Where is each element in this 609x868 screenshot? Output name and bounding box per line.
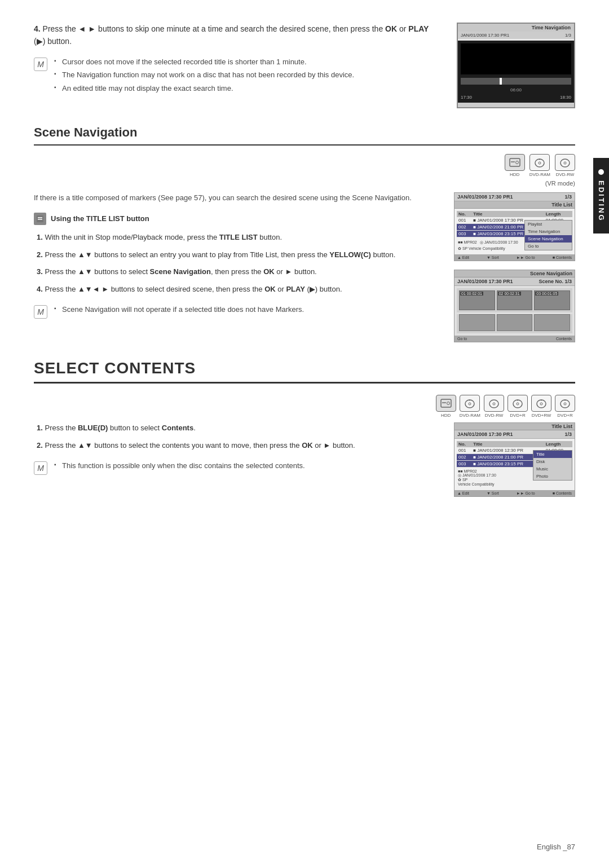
svg-point-1 xyxy=(515,161,518,164)
device-icon-hdd: HDD xyxy=(505,154,525,177)
svg-rect-9 xyxy=(38,217,42,218)
select-right-screen: Title List JAN/01/2008 17:30 PR1 1/3 No.… xyxy=(454,422,575,497)
hdd-icon-shape xyxy=(505,154,525,171)
time-nav-page: 1/3 xyxy=(565,33,571,38)
select-step-2: 2. Press the ▲▼ buttons to select the co… xyxy=(34,440,443,452)
device-icon-dvdram: + DVD-RAM xyxy=(529,154,550,177)
scene-navigation-option: Scene Navigation xyxy=(150,267,211,276)
sel-dvdram-label: DVD-RAM xyxy=(460,413,480,418)
dvdrw-icon-shape xyxy=(555,154,575,171)
info-date2: ◎ JAN/01/2008 17:30 xyxy=(480,240,518,245)
note-item-1: Cursor does not move if the selected rec… xyxy=(54,56,354,68)
scene-nav-note-box: M Scene Navigation will not operate if a… xyxy=(34,304,443,319)
svg-text:+: + xyxy=(469,398,471,402)
title-list-footer: ▲ Edit ▼ Sort ►► Go to ■ Contents xyxy=(454,254,575,261)
popup-playlist: Playlist xyxy=(525,221,572,228)
svg-text:+: + xyxy=(541,398,542,402)
col-no: No. xyxy=(457,211,471,217)
info-mpr: ■■ MPR02 xyxy=(458,240,477,245)
svg-point-23 xyxy=(540,403,542,405)
time-end: 18:30 xyxy=(560,95,571,100)
time-nav-body: 06:00 17:30 18:30 xyxy=(458,41,574,103)
right-screens: JAN/01/2008 17:30 PR1 1/3 Title List No.… xyxy=(454,192,575,342)
scene-step-2: 2. Press the ▲▼ buttons to select an ent… xyxy=(34,249,443,261)
time-nav-screen: Time Navigation JAN/01/2008 17:30 PR1 1/… xyxy=(457,23,575,108)
select-contents-device-icons: HDD + DVD-RAM DVD-RW + DVD+R xyxy=(34,395,575,418)
step4-paragraph: 4. Press the ◄ ► buttons to skip one min… xyxy=(34,23,440,48)
sel-dvdpr-shape: + xyxy=(508,395,528,412)
select-note-icon: M xyxy=(34,461,47,475)
title-list-label: Title List xyxy=(551,202,572,208)
sel-popup-music: Music xyxy=(533,465,572,473)
scene-nav-screen-widget: Scene Navigation JAN/01/2008 17:30 PR1 S… xyxy=(454,270,575,342)
scene-step-4: 4. Press the ▲▼◄ ► buttons to select des… xyxy=(34,284,443,296)
note-item-3: An edited title may not display the exac… xyxy=(54,83,354,94)
note-item-2: The Navigation function may not work on … xyxy=(54,69,354,81)
popup-goto: Go to xyxy=(525,243,572,250)
scene-nav-device-icons: HDD + DVD-RAM DVD-RW xyxy=(34,154,575,177)
sel-dvdpr2-label: DVD+R xyxy=(557,413,572,418)
step4-text1: Press the ◄ ► buttons to skip one minute… xyxy=(43,24,386,33)
thumbnail-2: 02 00:02:31 xyxy=(497,290,533,310)
scene-navigation-heading: Scene Navigation xyxy=(34,125,575,146)
svg-point-18 xyxy=(493,403,495,405)
scene-nav-intro: If there is a title composed of markers … xyxy=(34,192,443,204)
sel-popup-disk: Disk xyxy=(533,458,572,465)
scene-nav-screen-title: Scene Navigation xyxy=(530,271,572,276)
info-sp: ✿ SP xyxy=(458,246,467,250)
svg-rect-13 xyxy=(442,402,446,403)
sel-dvdprw: + DVD+RW xyxy=(531,395,551,418)
sel-screen-header: JAN/01/2008 17:30 PR1 1/3 xyxy=(454,430,575,439)
step4-play: PLAY xyxy=(408,24,429,33)
scene-nav-note: Scene Navigation will not operate if a s… xyxy=(54,304,304,315)
time-nav-black-box xyxy=(461,43,571,74)
step4-number: 4. xyxy=(34,24,41,33)
sel-page: 1/3 xyxy=(564,431,572,437)
scene-nav-screen-header: JAN/01/2008 17:30 PR1 Scene No. 1/3 xyxy=(454,277,575,286)
select-note-box: M This function is possible only when th… xyxy=(34,460,443,475)
select-steps: 1. Press the BLUE(D) button to select Co… xyxy=(34,422,443,452)
thumbnail-1: 01 00:02:01 xyxy=(459,290,495,310)
sel-hdd-shape xyxy=(436,395,456,412)
time-start: 17:30 xyxy=(461,95,472,100)
sel-info-vc: Vehicle Compatibility xyxy=(458,482,495,486)
blue-d-button: BLUE(D) xyxy=(78,424,108,432)
sel-title-list-label: Title List xyxy=(551,424,572,429)
dvdrw-label: DVD-RW xyxy=(556,172,575,177)
title-list-screen-header: JAN/01/2008 17:30 PR1 1/3 xyxy=(454,193,575,201)
contents-option: Contents xyxy=(162,424,193,432)
sel-info-date: ◎ JAN/01/2008 17:30 xyxy=(458,473,496,477)
sel-date: JAN/01/2008 17:30 PR1 xyxy=(457,431,513,437)
sel-dvdpr2: + DVD+R xyxy=(555,395,575,418)
sel-popup-title: Title xyxy=(533,451,572,458)
select-contents-heading: SELECT CONTENTS xyxy=(34,359,575,384)
step4-play-symbol: (▶) button. xyxy=(34,37,72,46)
top-text-area: 4. Press the ◄ ► buttons to skip one min… xyxy=(34,23,440,108)
title-list-date: JAN/01/2008 17:30 PR1 xyxy=(457,194,513,200)
sel-popup-menu: Title Disk Music Photo xyxy=(533,450,572,481)
sel-dvdpr: + DVD+R xyxy=(508,395,528,418)
select-main-layout: 1. Press the BLUE(D) button to select Co… xyxy=(34,422,575,497)
scene-nav-text: If there is a title composed of markers … xyxy=(34,192,443,342)
svg-point-26 xyxy=(564,403,566,405)
svg-rect-10 xyxy=(38,219,42,220)
scene-nav-note-icon: M xyxy=(34,305,47,319)
popup-scene-nav: Scene Navigation xyxy=(525,235,572,243)
sel-dvdrw: DVD-RW xyxy=(484,395,504,418)
select-title-list-screen: Title List JAN/01/2008 17:30 PR1 1/3 No.… xyxy=(454,422,575,497)
svg-point-12 xyxy=(447,402,449,405)
sel-dvdrw-label: DVD-RW xyxy=(485,413,504,418)
col-title: Title xyxy=(471,211,544,217)
scene-nav-screen-date: JAN/01/2008 17:30 PR1 xyxy=(457,279,513,284)
sel-dvdprw-shape: + xyxy=(531,395,551,412)
scene-nav-steps: 1. With the unit in Stop mode/Playback m… xyxy=(34,232,443,296)
select-contents-section: SELECT CONTENTS HDD + DVD-RAM DVD-RW xyxy=(34,359,575,497)
sub-heading-icon xyxy=(34,213,46,225)
vr-mode-text: (VR mode) xyxy=(34,180,575,187)
sel-hdd-label: HDD xyxy=(441,413,451,418)
sel-dvdram: + DVD-RAM xyxy=(460,395,480,418)
popup-menu: Playlist Time Navigation Scene Navigatio… xyxy=(524,220,572,250)
select-note-list: This function is possible only when the … xyxy=(54,460,305,475)
device-icon-dvdrw: DVD-RW xyxy=(555,154,575,177)
scene-nav-content: If there is a title composed of markers … xyxy=(34,192,575,342)
